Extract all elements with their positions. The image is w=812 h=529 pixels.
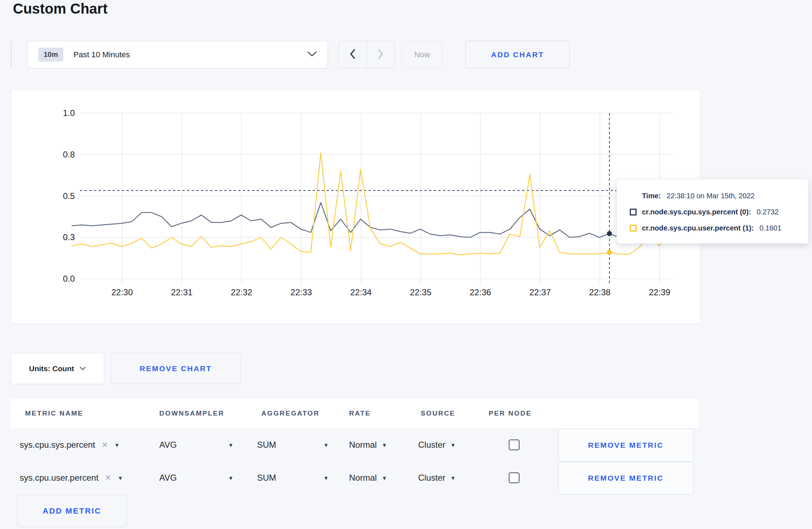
now-button[interactable]: Now bbox=[401, 41, 443, 68]
x-tick-label: 22:35 bbox=[410, 287, 431, 297]
header-downsampler: DOWNSAMPLER bbox=[159, 399, 224, 428]
header-source: SOURCE bbox=[421, 399, 455, 428]
sys-series-swatch-icon bbox=[630, 209, 637, 215]
time-range-label: Past 10 Minutes bbox=[73, 50, 130, 59]
tooltip-series-row: cr.node.sys.cpu.user.percent (1): 0.1601 bbox=[630, 220, 800, 236]
source-select[interactable]: Cluster ▼ bbox=[418, 440, 456, 450]
remove-metric-button[interactable]: REMOVE METRIC bbox=[558, 462, 693, 495]
caret-down-icon: ▼ bbox=[114, 442, 120, 448]
metric-row: sys.cpu.user.percent ✕ ▼ AVG ▼ SUM ▼ Nor… bbox=[11, 462, 698, 494]
per-node-checkbox[interactable] bbox=[509, 472, 519, 483]
downsampler-value: AVG bbox=[159, 440, 177, 450]
caret-down-icon: ▼ bbox=[382, 475, 387, 481]
source-value: Cluster bbox=[418, 473, 445, 483]
aggregator-select[interactable]: SUM ▼ bbox=[257, 440, 329, 450]
series-line-0 bbox=[72, 203, 669, 237]
cpu-chart-svg[interactable]: 0.00.30.50.81.022:3022:3122:3222:3322:34… bbox=[11, 90, 700, 324]
tooltip-series-row: cr.node.sys.cpu.sys.percent (0): 0.2732 bbox=[630, 204, 800, 220]
header-rate: RATE bbox=[349, 399, 371, 428]
aggregator-value: SUM bbox=[257, 440, 276, 450]
rate-select[interactable]: Normal ▼ bbox=[349, 473, 387, 483]
x-tick-label: 22:30 bbox=[111, 287, 133, 297]
metric-row: sys.cpu.sys.percent ✕ ▼ AVG ▼ SUM ▼ Norm… bbox=[11, 429, 698, 461]
tooltip-series-label: cr.node.sys.cpu.sys.percent (0): bbox=[642, 208, 751, 216]
y-tick-label: 0.3 bbox=[63, 232, 75, 242]
header-aggregator: AGGREGATOR bbox=[261, 399, 320, 428]
metric-name-select[interactable]: sys.cpu.user.percent ✕ ▼ bbox=[20, 473, 123, 483]
header-metric-name: METRIC NAME bbox=[25, 399, 83, 428]
y-tick-label: 0.5 bbox=[63, 191, 75, 201]
close-icon[interactable]: ✕ bbox=[105, 474, 111, 482]
metrics-table-header: METRIC NAME DOWNSAMPLER AGGREGATOR RATE … bbox=[11, 399, 698, 428]
tooltip-time-label: Time: bbox=[642, 192, 661, 200]
add-metric-button[interactable]: ADD METRIC bbox=[17, 495, 127, 527]
x-tick-label: 22:33 bbox=[290, 287, 312, 297]
metric-name-select[interactable]: sys.cpu.sys.percent ✕ ▼ bbox=[20, 440, 120, 450]
tooltip-time-row: Time: 22:38:10 on Mar 15th, 2022 bbox=[630, 188, 800, 204]
caret-down-icon: ▼ bbox=[323, 442, 329, 448]
aggregator-select[interactable]: SUM ▼ bbox=[257, 473, 329, 483]
remove-chart-button[interactable]: REMOVE CHART bbox=[111, 353, 241, 384]
chevron-left-icon bbox=[349, 49, 357, 61]
page-title: Custom Chart bbox=[13, 1, 107, 17]
tooltip-time-value: 22:38:10 on Mar 15th, 2022 bbox=[667, 192, 755, 200]
remove-metric-button[interactable]: REMOVE METRIC bbox=[558, 429, 693, 462]
caret-down-icon: ▼ bbox=[118, 475, 123, 481]
caret-down-icon: ▼ bbox=[228, 475, 233, 481]
downsampler-value: AVG bbox=[159, 473, 177, 483]
chevron-down-icon bbox=[307, 51, 317, 58]
metric-name-value: sys.cpu.user.percent bbox=[20, 473, 98, 483]
metric-name-value: sys.cpu.sys.percent bbox=[20, 440, 95, 450]
time-range-dropdown[interactable]: 10m Past 10 Minutes bbox=[27, 41, 328, 68]
rate-value: Normal bbox=[349, 440, 377, 450]
caret-down-icon: ▼ bbox=[450, 475, 456, 481]
hover-dot-series-0 bbox=[607, 231, 612, 236]
x-tick-label: 22:34 bbox=[350, 287, 372, 297]
x-tick-label: 22:39 bbox=[649, 287, 670, 297]
time-step-buttons bbox=[338, 41, 395, 68]
chart-hover-tooltip: Time: 22:38:10 on Mar 15th, 2022 cr.node… bbox=[617, 179, 809, 244]
units-dropdown[interactable]: Units: Count bbox=[11, 353, 104, 384]
downsampler-select[interactable]: AVG ▼ bbox=[159, 473, 233, 483]
aggregator-value: SUM bbox=[257, 473, 276, 483]
toolbar-divider bbox=[11, 40, 11, 68]
previous-timeframe-button[interactable] bbox=[339, 41, 367, 68]
x-tick-label: 22:36 bbox=[470, 287, 491, 297]
x-tick-label: 22:31 bbox=[171, 287, 193, 297]
time-range-badge: 10m bbox=[38, 48, 63, 62]
rate-value: Normal bbox=[349, 473, 377, 483]
units-label: Units: Count bbox=[29, 364, 74, 373]
y-tick-label: 0.8 bbox=[63, 150, 75, 159]
downsampler-select[interactable]: AVG ▼ bbox=[159, 440, 233, 450]
add-chart-button[interactable]: ADD CHART bbox=[465, 41, 570, 68]
tooltip-series-value: 0.2732 bbox=[757, 208, 779, 216]
x-tick-label: 22:32 bbox=[231, 287, 252, 297]
user-series-swatch-icon bbox=[630, 225, 637, 232]
x-tick-label: 22:37 bbox=[530, 287, 551, 297]
custom-chart-page: { "page": { "title": "Custom Chart" }, "… bbox=[0, 0, 812, 529]
tooltip-series-value: 0.1601 bbox=[759, 224, 781, 232]
series-line-1 bbox=[72, 153, 669, 255]
close-icon[interactable]: ✕ bbox=[102, 441, 108, 449]
source-select[interactable]: Cluster ▼ bbox=[418, 473, 456, 483]
next-timeframe-button[interactable] bbox=[367, 41, 395, 68]
caret-down-icon: ▼ bbox=[382, 442, 387, 448]
caret-down-icon: ▼ bbox=[323, 475, 329, 481]
caret-down-icon: ▼ bbox=[228, 442, 233, 448]
hover-dot-series-1 bbox=[607, 250, 612, 255]
tooltip-series-label: cr.node.sys.cpu.user.percent (1): bbox=[642, 224, 754, 232]
chart-card: 0.00.30.50.81.022:3022:3122:3222:3322:34… bbox=[11, 89, 701, 324]
y-tick-label: 0.0 bbox=[63, 274, 75, 283]
header-per-node: PER NODE bbox=[489, 399, 532, 428]
chevron-right-icon bbox=[377, 49, 385, 61]
source-value: Cluster bbox=[418, 440, 445, 450]
x-tick-label: 22:38 bbox=[589, 287, 610, 297]
rate-select[interactable]: Normal ▼ bbox=[349, 440, 387, 450]
caret-down-icon: ▼ bbox=[450, 442, 456, 448]
y-tick-label: 1.0 bbox=[63, 108, 75, 118]
per-node-checkbox[interactable] bbox=[509, 440, 519, 450]
chevron-down-icon bbox=[79, 365, 86, 372]
